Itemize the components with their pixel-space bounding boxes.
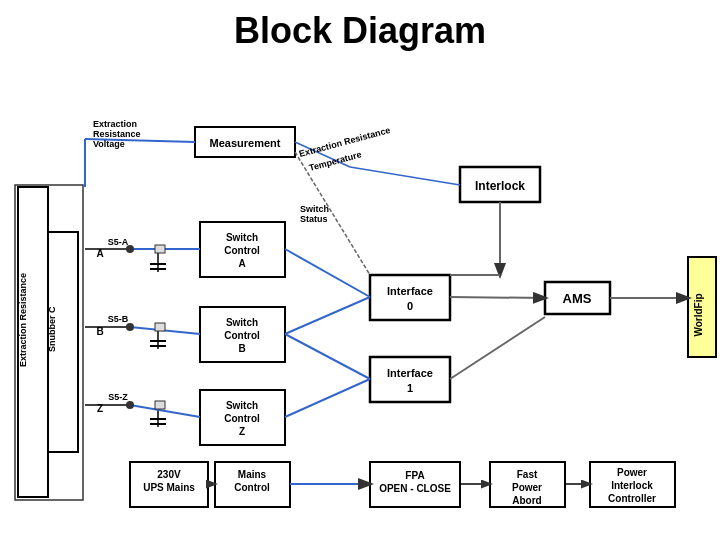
svg-rect-1 <box>48 232 78 452</box>
svg-rect-5 <box>460 167 540 202</box>
svg-line-81 <box>130 405 200 417</box>
svg-text:Power: Power <box>512 482 542 493</box>
svg-rect-22 <box>370 357 450 402</box>
svg-line-65 <box>450 297 545 298</box>
svg-text:A: A <box>96 248 103 259</box>
svg-text:Abord: Abord <box>512 495 541 506</box>
svg-text:Switch: Switch <box>226 317 258 328</box>
svg-text:Interface: Interface <box>387 367 433 379</box>
svg-text:Extraction: Extraction <box>93 119 137 129</box>
svg-text:Switch: Switch <box>226 232 258 243</box>
svg-text:Z: Z <box>239 426 245 437</box>
svg-text:Interface: Interface <box>387 285 433 297</box>
svg-line-63 <box>285 334 370 379</box>
svg-rect-101 <box>155 323 165 331</box>
svg-text:Voltage: Voltage <box>93 139 125 149</box>
svg-point-97 <box>126 245 134 253</box>
svg-text:Switch: Switch <box>226 400 258 411</box>
svg-rect-11 <box>200 307 285 362</box>
svg-text:1: 1 <box>407 382 413 394</box>
svg-text:Control: Control <box>224 330 260 341</box>
svg-rect-100 <box>155 245 165 253</box>
svg-text:B: B <box>96 326 103 337</box>
svg-rect-32 <box>490 462 565 507</box>
svg-text:B: B <box>238 343 245 354</box>
svg-rect-36 <box>590 462 675 507</box>
svg-point-98 <box>126 323 134 331</box>
svg-text:FPA: FPA <box>405 470 424 481</box>
svg-text:Control: Control <box>224 245 260 256</box>
svg-line-72 <box>295 152 370 275</box>
svg-text:OPEN - CLOSE: OPEN - CLOSE <box>379 483 451 494</box>
svg-text:Power: Power <box>617 467 647 478</box>
svg-line-70 <box>295 142 350 167</box>
svg-text:AMS: AMS <box>563 291 592 306</box>
svg-text:Switch: Switch <box>300 204 329 214</box>
svg-rect-3 <box>195 127 295 157</box>
svg-rect-29 <box>370 462 460 507</box>
svg-text:Resistance: Resistance <box>93 129 141 139</box>
svg-line-64 <box>285 379 370 417</box>
svg-rect-40 <box>215 462 290 507</box>
svg-text:UPS Mains: UPS Mains <box>143 482 195 493</box>
svg-text:Interlock: Interlock <box>611 480 653 491</box>
svg-text:Controller: Controller <box>608 493 656 504</box>
svg-line-62 <box>285 297 370 334</box>
svg-text:Interlock: Interlock <box>475 179 525 193</box>
svg-text:Z: Z <box>97 403 103 414</box>
svg-rect-102 <box>155 401 165 409</box>
svg-text:Control: Control <box>234 482 270 493</box>
svg-text:Mains: Mains <box>238 469 267 480</box>
svg-text:Snubber C: Snubber C <box>47 306 57 352</box>
svg-text:Temperature: Temperature <box>308 149 363 173</box>
svg-rect-0 <box>18 187 48 497</box>
svg-line-68 <box>85 139 195 142</box>
svg-rect-15 <box>200 390 285 445</box>
svg-text:Measurement: Measurement <box>210 137 281 149</box>
svg-line-71 <box>350 167 460 185</box>
svg-rect-19 <box>370 275 450 320</box>
svg-rect-25 <box>545 282 610 314</box>
page-title: Block Diagram <box>0 0 720 57</box>
svg-rect-27 <box>688 257 716 357</box>
svg-line-66 <box>450 317 545 379</box>
svg-point-99 <box>126 401 134 409</box>
svg-text:A: A <box>238 258 245 269</box>
svg-text:S5-Z: S5-Z <box>108 392 128 402</box>
svg-rect-2 <box>15 185 83 500</box>
svg-text:Extraction Resistance: Extraction Resistance <box>298 125 391 159</box>
svg-rect-43 <box>130 462 208 507</box>
svg-text:0: 0 <box>407 300 413 312</box>
svg-text:Fast: Fast <box>517 469 538 480</box>
svg-text:WorldFip: WorldFip <box>693 293 704 336</box>
svg-rect-7 <box>200 222 285 277</box>
svg-text:Status: Status <box>300 214 328 224</box>
svg-text:230V: 230V <box>157 469 181 480</box>
svg-text:S5-B: S5-B <box>108 314 129 324</box>
svg-line-78 <box>130 327 200 334</box>
svg-text:Extraction Resistance: Extraction Resistance <box>18 273 28 367</box>
svg-text:Control: Control <box>224 413 260 424</box>
svg-text:S5-A: S5-A <box>108 237 129 247</box>
svg-line-61 <box>285 249 370 297</box>
